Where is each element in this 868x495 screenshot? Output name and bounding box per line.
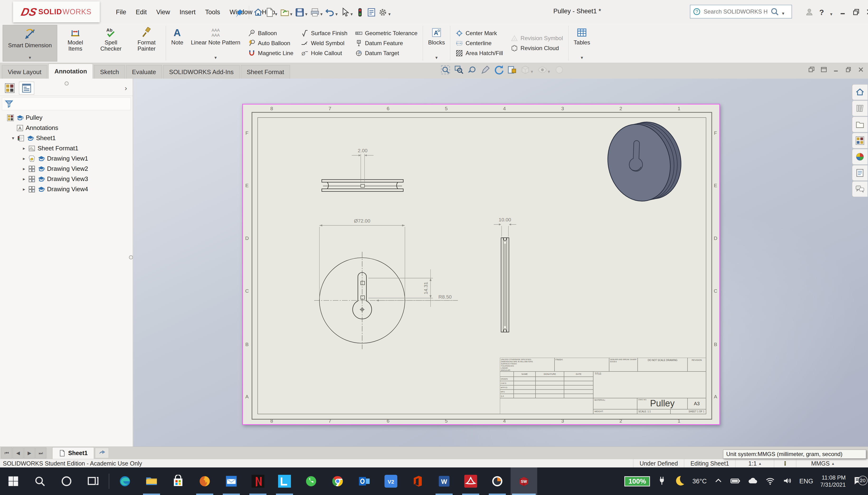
tp-forum-button[interactable] xyxy=(852,181,868,197)
area-hatch-fill-button[interactable]: Area Hatch/Fill xyxy=(455,49,503,57)
night-light[interactable] xyxy=(674,475,685,488)
doc-minimize-button[interactable] xyxy=(832,66,840,74)
help-caret-icon[interactable]: ▾ xyxy=(830,12,833,17)
taskbar-start-button[interactable] xyxy=(0,467,27,495)
next-sheet-button[interactable]: ▶ xyxy=(24,447,35,458)
tree-item-drawing-view4[interactable]: ▸Drawing View4 xyxy=(0,184,133,194)
taskbar-outlook-button[interactable] xyxy=(351,467,378,495)
taskbar-search-button[interactable] xyxy=(27,467,53,495)
dim-text-radius[interactable]: R8.50 xyxy=(438,294,452,300)
new-document-button[interactable]: ▾ xyxy=(264,6,279,19)
save-button[interactable]: ▾ xyxy=(294,6,309,19)
blocks-button[interactable]: ABlocks▾ xyxy=(424,25,449,62)
magnifier-icon[interactable] xyxy=(770,7,779,16)
taskbar-netflix-button[interactable] xyxy=(245,467,271,495)
dropdown-caret-icon[interactable]: ▾ xyxy=(388,12,390,17)
tree-item-drawing-view2[interactable]: ▸Drawing View2 xyxy=(0,164,133,174)
doc-options-button[interactable] xyxy=(366,6,377,19)
datum-target-button[interactable]: Datum Target xyxy=(355,49,417,57)
splitter-handle[interactable] xyxy=(129,255,133,259)
window-restore-button[interactable] xyxy=(852,8,860,17)
tree-item-annotations[interactable]: AAnnotations xyxy=(0,123,133,133)
panel-expand-icon[interactable]: › xyxy=(125,84,131,92)
rotate-view-button[interactable] xyxy=(494,65,504,75)
weld-symbol-button[interactable]: Weld Symbol xyxy=(301,39,347,47)
zoom-area-button[interactable] xyxy=(454,65,464,75)
tolerance-icon[interactable] xyxy=(774,459,796,468)
onedrive[interactable] xyxy=(748,476,758,487)
tab-feature-tree[interactable] xyxy=(2,82,17,94)
doc-pane-button[interactable] xyxy=(820,66,828,74)
network[interactable] xyxy=(765,476,775,487)
doc-cascade-button[interactable] xyxy=(808,66,815,74)
tp-palette-button[interactable] xyxy=(852,133,868,149)
tp-home-button[interactable] xyxy=(852,84,868,100)
window-minimize-button[interactable] xyxy=(839,8,847,17)
dropdown-caret-icon[interactable]: ▾ xyxy=(290,12,293,17)
dropdown-caret-icon[interactable]: ▾ xyxy=(29,55,31,61)
tp-props-button[interactable] xyxy=(852,165,868,181)
taskbar-solidworks-button[interactable]: SW xyxy=(510,467,537,495)
volume[interactable] xyxy=(782,476,792,487)
doc-restore-button[interactable] xyxy=(845,66,852,74)
tray-overflow[interactable] xyxy=(714,476,723,486)
gear-button[interactable]: ▾ xyxy=(377,6,392,19)
tab-solidworks-add-ins[interactable]: SOLIDWORKS Add-Ins xyxy=(163,65,240,79)
panel-collapse-handle[interactable] xyxy=(65,82,69,86)
menu-edit[interactable]: Edit xyxy=(132,7,151,18)
notification-center-button[interactable]: 20 xyxy=(853,475,864,487)
sheet-tab-active[interactable]: Sheet1 xyxy=(52,447,94,459)
hole-callout-button[interactable]: ØHole Callout xyxy=(301,49,347,57)
spell-checker-button[interactable]: AbSpell Checker xyxy=(93,25,128,62)
home-button[interactable] xyxy=(253,6,264,19)
battery-indicator[interactable]: 100% xyxy=(624,476,650,487)
menu-file[interactable]: File xyxy=(111,7,131,18)
dropdown-caret-icon[interactable]: ▾ xyxy=(580,55,583,61)
tables-button[interactable]: Tables▾ xyxy=(570,25,594,62)
print-button[interactable]: ▾ xyxy=(309,6,325,19)
surface-finish-button[interactable]: Surface Finish xyxy=(301,30,347,37)
tree-item-drawing-view1[interactable]: ▸Drawing View1 xyxy=(0,153,133,164)
taskbar-mail-button[interactable] xyxy=(218,467,245,495)
menu-insert[interactable]: Insert xyxy=(175,7,200,18)
tab-evaluate[interactable]: Evaluate xyxy=(126,65,162,79)
menu-tools[interactable]: Tools xyxy=(201,7,224,18)
tp-appearance-button[interactable] xyxy=(852,149,868,165)
dim-text-vertical[interactable]: 14.31 xyxy=(423,282,429,294)
tp-library-button[interactable] xyxy=(852,101,868,116)
sheet-scale-select[interactable]: 1:1▴ xyxy=(735,459,774,468)
rebuild-button[interactable] xyxy=(354,6,366,19)
window-close-button[interactable] xyxy=(866,8,868,17)
auto-balloon-button[interactable]: Auto Balloon xyxy=(248,39,293,47)
expand-arrow-icon[interactable]: ▸ xyxy=(20,176,28,182)
dropdown-caret-icon[interactable]: ▾ xyxy=(305,12,308,17)
dropdown-caret-icon[interactable]: ▾ xyxy=(275,12,277,17)
pin-icon[interactable] xyxy=(234,8,244,18)
temperature[interactable]: 36°C xyxy=(692,478,707,485)
tree-filter[interactable] xyxy=(2,97,131,110)
format-painter-button[interactable]: Format Painter xyxy=(129,25,164,62)
taskbar-file-explorer-button[interactable] xyxy=(138,467,165,495)
dropdown-caret-icon[interactable]: ▾ xyxy=(214,55,217,61)
geometric-tolerance-button[interactable]: Geometric Tolerance xyxy=(355,30,417,37)
expand-arrow-icon[interactable]: ▸ xyxy=(20,156,28,161)
dropdown-caret-icon[interactable]: ▾ xyxy=(350,12,353,17)
dropdown-caret-icon[interactable]: ▾ xyxy=(335,12,338,17)
previous-view-button[interactable] xyxy=(467,65,477,75)
dropdown-caret-icon[interactable]: ▾ xyxy=(320,12,323,17)
model-items-button[interactable]: Model Items xyxy=(58,25,93,62)
revision-cloud-button[interactable]: Revision Cloud xyxy=(510,45,563,52)
expand-arrow-icon[interactable]: ▸ xyxy=(20,146,28,151)
search-caret-icon[interactable]: ▾ xyxy=(782,11,784,16)
taskbar-edge-button[interactable] xyxy=(111,467,138,495)
taskbar-chrome-button[interactable] xyxy=(325,467,351,495)
taskbar-acrobat-button[interactable] xyxy=(457,467,484,495)
note-button[interactable]: ANote xyxy=(168,25,187,62)
clock[interactable]: 11:08 PM7/31/2021 xyxy=(820,474,846,488)
smart-dimension-button[interactable]: Smart Dimension▾ xyxy=(3,25,57,62)
taskbar-word-button[interactable]: W xyxy=(431,467,457,495)
last-sheet-button[interactable]: ⏭ xyxy=(35,447,46,458)
unit-system-select[interactable]: MMGS▴ xyxy=(796,459,849,468)
dim-text-diameter[interactable]: Ø72.00 xyxy=(354,218,370,223)
taskbar-firefox-button[interactable] xyxy=(191,467,218,495)
